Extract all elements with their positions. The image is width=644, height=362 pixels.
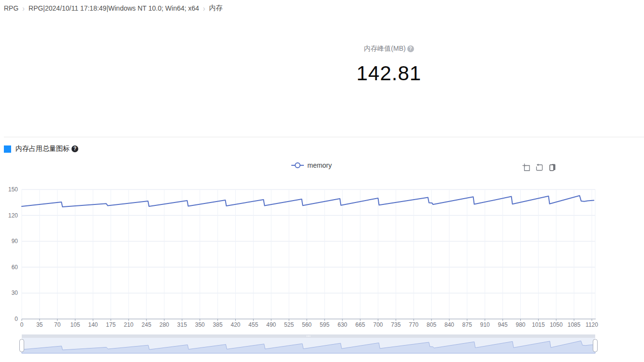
- section-title: 内存占用总量图标: [15, 145, 70, 153]
- memory-peak-stat: 内存峰值(MB)? 142.81: [292, 44, 486, 85]
- page: RPG › RPG|2024/10/11 17:18:49|Windows NT…: [0, 0, 644, 362]
- x-axis-tick-label: 945: [498, 321, 508, 328]
- x-axis-tick-label: 245: [142, 321, 151, 328]
- breadcrumb-separator-icon: ›: [203, 4, 205, 13]
- data-zoom-icon[interactable]: [522, 163, 530, 172]
- x-axis-tick-label: 70: [54, 321, 61, 328]
- memory-series-line[interactable]: [22, 196, 594, 207]
- y-axis-tick-label: 30: [12, 290, 18, 296]
- x-axis-tick-label: 665: [356, 321, 365, 328]
- save-image-icon[interactable]: [548, 163, 557, 172]
- section-divider: [4, 137, 644, 137]
- x-axis-tick-label: 280: [159, 321, 169, 328]
- breadcrumb-item-rpg[interactable]: RPG: [4, 4, 18, 12]
- y-axis-tick-label: 0: [14, 316, 18, 322]
- x-axis-tick-label: 700: [373, 321, 383, 328]
- x-axis-tick-label: 1015: [532, 321, 545, 328]
- x-axis-tick-label: 525: [284, 321, 294, 328]
- chart-section-header: 内存占用总量图标?: [4, 145, 78, 153]
- memory-peak-label: 内存峰值(MB): [364, 44, 405, 53]
- x-axis-tick-label: 210: [124, 321, 133, 328]
- breadcrumb: RPG › RPG|2024/10/11 17:18:49|Windows NT…: [4, 4, 223, 13]
- x-axis-tick-label: 455: [248, 321, 258, 328]
- legend-item-memory[interactable]: memory: [291, 161, 332, 169]
- memory-peak-value: 142.81: [292, 62, 486, 85]
- memory-line-chart[interactable]: 0306090120150035701051401752102452803153…: [0, 184, 644, 362]
- x-axis-tick-label: 630: [338, 321, 347, 328]
- legend-label: memory: [307, 161, 332, 169]
- x-axis-tick-label: 980: [515, 321, 525, 328]
- chart-toolbox: [522, 163, 557, 172]
- x-axis-tick-label: 1050: [550, 321, 563, 328]
- x-axis-tick-label: 1120: [586, 321, 598, 328]
- datazoom-right-handle[interactable]: [593, 339, 598, 352]
- x-axis-tick-label: 595: [320, 321, 329, 328]
- x-axis-tick-label: 910: [480, 321, 490, 328]
- y-axis-tick-label: 150: [8, 186, 18, 193]
- x-axis-tick-label: 735: [391, 321, 401, 328]
- y-axis-tick-label: 60: [12, 264, 18, 271]
- restore-icon[interactable]: [535, 163, 544, 172]
- x-axis-tick-label: 420: [230, 321, 240, 328]
- x-axis-tick-label: 805: [427, 321, 436, 328]
- x-axis-tick-label: 770: [409, 321, 418, 328]
- x-axis-tick-label: 35: [36, 321, 43, 328]
- x-axis-tick-label: 140: [88, 321, 98, 328]
- y-axis-tick-label: 90: [12, 238, 18, 245]
- x-axis-tick-label: 840: [444, 321, 454, 328]
- x-axis-tick-label: 490: [266, 321, 276, 328]
- x-axis-tick-label: 1085: [568, 321, 581, 328]
- datazoom-left-handle[interactable]: [20, 339, 24, 352]
- line-series-marker-icon: [291, 162, 304, 168]
- help-icon[interactable]: ?: [72, 145, 78, 152]
- x-axis-tick-label: 175: [106, 321, 115, 328]
- breadcrumb-item-memory[interactable]: 内存: [209, 4, 223, 13]
- y-axis-tick-label: 120: [8, 212, 18, 219]
- x-axis-tick-label: 560: [302, 321, 312, 328]
- help-icon[interactable]: ?: [407, 45, 414, 52]
- x-axis-tick-label: 350: [195, 321, 205, 328]
- x-axis-tick-label: 0: [20, 321, 24, 328]
- x-axis-tick-label: 315: [177, 321, 187, 328]
- x-axis-tick-label: 875: [462, 321, 472, 328]
- x-axis-tick-label: 385: [213, 321, 223, 328]
- section-marker-icon: [4, 145, 11, 153]
- x-axis-tick-label: 105: [71, 321, 80, 328]
- chart-legend: memory: [215, 161, 408, 169]
- breadcrumb-item-session[interactable]: RPG|2024/10/11 17:18:49|Windows NT 10.0;…: [29, 4, 199, 12]
- breadcrumb-separator-icon: ›: [22, 4, 25, 13]
